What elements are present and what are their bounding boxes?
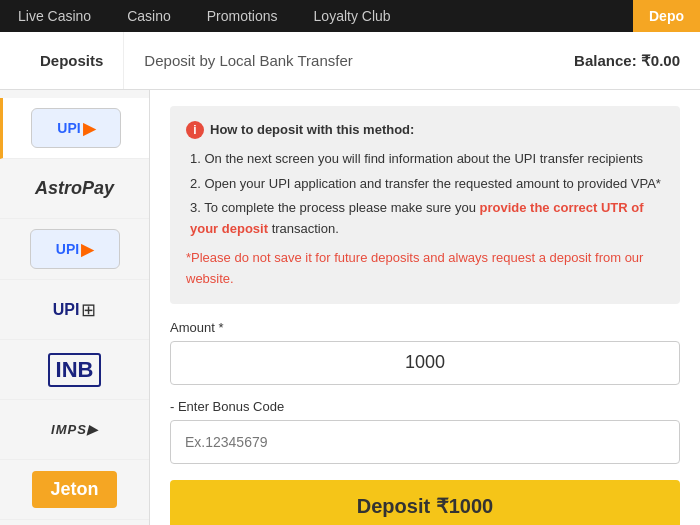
info-steps: 1. On the next screen you will find info… — [186, 149, 664, 240]
sidebar-item-upi1[interactable]: UPI ▶ — [0, 98, 149, 159]
sidebar-item-astropay[interactable]: AstroPay — [0, 159, 149, 219]
inb-label: INB — [48, 353, 102, 387]
sidebar-item-upi2[interactable]: UPI ▶ — [0, 219, 149, 280]
sidebar-item-jeton[interactable]: Jeton — [0, 460, 149, 520]
nav-item-live-casino[interactable]: Live Casino — [10, 8, 99, 24]
top-nav: Live Casino Casino Promotions Loyalty Cl… — [0, 0, 700, 32]
sidebar-item-inb[interactable]: INB — [0, 340, 149, 400]
upi2-icon: UPI ▶ — [30, 229, 120, 269]
jeton-label: Jeton — [32, 471, 116, 508]
upi2-arrow-icon: ▶ — [81, 240, 93, 259]
upi1-icon: UPI ▶ — [31, 108, 121, 148]
payment-method-sidebar: UPI ▶ AstroPay UPI ▶ UPI ⊞ — [0, 90, 150, 525]
deposit-modal: Deposits Deposit by Local Bank Transfer … — [0, 32, 700, 525]
info-step-2: 2. Open your UPI application and transfe… — [190, 174, 664, 195]
modal-body: UPI ▶ AstroPay UPI ▶ UPI ⊞ — [0, 90, 700, 525]
info-header-text: How to deposit with this method: — [210, 120, 414, 141]
sidebar-item-imps[interactable]: IMPS▶ — [0, 400, 149, 460]
upi3-qr-icon: ⊞ — [81, 299, 96, 321]
nav-item-loyalty-club[interactable]: Loyalty Club — [306, 8, 399, 24]
tab-method-label: Deposit by Local Bank Transfer — [124, 32, 372, 89]
step3-pre: 3. To complete the process please make s… — [190, 200, 480, 215]
nav-deposit-button[interactable]: Depo — [633, 0, 700, 32]
astropay-label: AstroPay — [35, 178, 114, 199]
bonus-code-input[interactable] — [170, 420, 680, 464]
info-icon: i — [186, 121, 204, 139]
nav-item-casino[interactable]: Casino — [119, 8, 179, 24]
info-warning-container: *Please do not save it for future deposi… — [186, 248, 664, 290]
info-step-3: 3. To complete the process please make s… — [190, 198, 664, 240]
info-warning: *Please do not save it for future deposi… — [186, 250, 643, 286]
balance-display: Balance: ₹0.00 — [574, 52, 680, 70]
sidebar-item-upi3[interactable]: UPI ⊞ — [0, 280, 149, 340]
deposit-button[interactable]: Deposit ₹1000 — [170, 480, 680, 525]
info-header: i How to deposit with this method: — [186, 120, 664, 141]
tab-deposits[interactable]: Deposits — [20, 32, 124, 89]
info-box: i How to deposit with this method: 1. On… — [170, 106, 680, 304]
upi3-text: UPI — [53, 301, 80, 319]
amount-label: Amount * — [170, 320, 680, 335]
content-area: i How to deposit with this method: 1. On… — [150, 90, 700, 525]
step3-post: transaction. — [268, 221, 339, 236]
modal-header-tabs: Deposits Deposit by Local Bank Transfer — [20, 32, 373, 89]
nav-item-promotions[interactable]: Promotions — [199, 8, 286, 24]
imps-label: IMPS▶ — [51, 422, 98, 437]
upi-arrow-icon: ▶ — [83, 119, 95, 138]
info-step-1: 1. On the next screen you will find info… — [190, 149, 664, 170]
upi3-container: UPI ⊞ — [53, 299, 97, 321]
amount-input[interactable] — [170, 341, 680, 385]
modal-header: Deposits Deposit by Local Bank Transfer … — [0, 32, 700, 90]
bonus-code-label: - Enter Bonus Code — [170, 399, 680, 414]
